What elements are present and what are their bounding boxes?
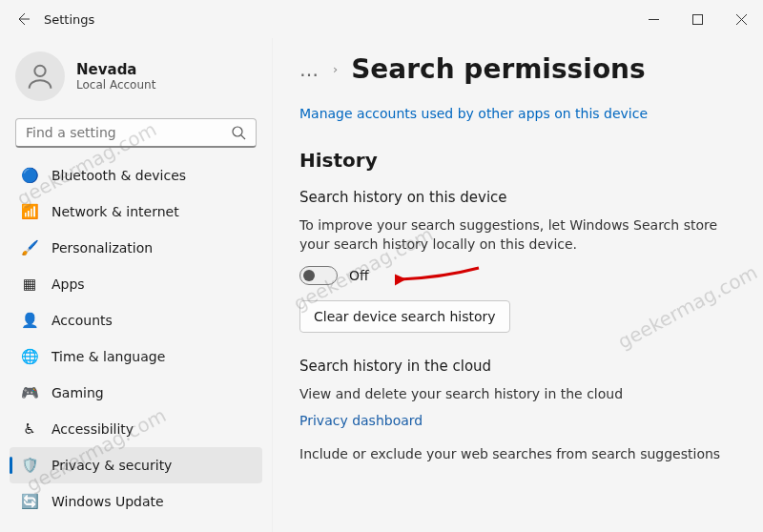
search-icon — [231, 125, 246, 140]
privacy-dashboard-link[interactable]: Privacy dashboard — [299, 413, 423, 428]
profile-block[interactable]: Nevada Local Account — [10, 46, 262, 118]
sidebar-item-apps[interactable]: ▦Apps — [10, 266, 262, 302]
device-history-heading: Search history on this device — [299, 189, 740, 206]
breadcrumb: … › Search permissions — [299, 53, 740, 85]
sidebar-item-network-internet[interactable]: 📶Network & internet — [10, 194, 262, 230]
sidebar-item-label: Gaming — [52, 385, 104, 400]
sidebar-item-accessibility[interactable]: ♿Accessibility — [10, 411, 262, 447]
svg-point-1 — [34, 66, 45, 76]
sidebar-item-time-language[interactable]: 🌐Time & language — [10, 338, 262, 375]
clear-history-button[interactable]: Clear device search history — [299, 300, 510, 333]
cloud-history-heading: Search history in the cloud — [299, 358, 740, 375]
minimize-button[interactable] — [631, 0, 675, 38]
avatar — [15, 51, 65, 101]
search-box[interactable] — [15, 118, 257, 148]
sidebar-item-gaming[interactable]: 🎮Gaming — [10, 375, 262, 411]
nav-icon: 🎮 — [21, 384, 38, 401]
main-content: … › Search permissions Manage accounts u… — [272, 38, 763, 532]
history-toggle-label: Off — [349, 268, 369, 283]
search-input[interactable] — [26, 125, 231, 140]
nav-icon: ♿ — [21, 420, 38, 438]
sidebar-item-accounts[interactable]: 👤Accounts — [10, 302, 262, 338]
chevron-right-icon: › — [333, 62, 338, 76]
sidebar-item-label: Bluetooth & devices — [52, 168, 186, 183]
back-button[interactable] — [8, 4, 38, 34]
sidebar-item-label: Time & language — [52, 349, 165, 364]
maximize-button[interactable] — [675, 0, 719, 38]
breadcrumb-more-icon[interactable]: … — [299, 58, 320, 81]
window-title: Settings — [44, 12, 94, 27]
history-toggle[interactable] — [299, 266, 338, 285]
sidebar-item-label: Accounts — [52, 313, 113, 328]
annotation-arrow — [395, 262, 481, 291]
page-title: Search permissions — [351, 53, 646, 85]
nav-icon: 📶 — [21, 203, 38, 220]
include-exclude-desc: Include or exclude your web searches fro… — [299, 444, 738, 463]
sidebar-item-label: Accessibility — [52, 421, 134, 437]
sidebar-item-windows-update[interactable]: 🔄Windows Update — [10, 483, 262, 520]
sidebar-item-bluetooth-devices[interactable]: 🔵Bluetooth & devices — [10, 157, 262, 194]
cloud-history-desc: View and delete your search history in t… — [299, 384, 738, 403]
nav-icon: 👤 — [21, 312, 38, 329]
sidebar-item-label: Personalization — [52, 240, 153, 256]
sidebar: Nevada Local Account 🔵Bluetooth & device… — [0, 38, 272, 532]
manage-accounts-link[interactable]: Manage accounts used by other apps on th… — [299, 106, 648, 121]
nav-icon: 🖌️ — [21, 239, 38, 256]
nav-icon: 🔵 — [21, 167, 38, 184]
sidebar-item-label: Privacy & security — [52, 458, 172, 473]
nav-icon: 🛡️ — [21, 457, 38, 474]
profile-sub: Local Account — [76, 78, 155, 92]
sidebar-item-label: Windows Update — [52, 494, 164, 509]
nav-icon: ▦ — [21, 276, 38, 293]
sidebar-item-personalization[interactable]: 🖌️Personalization — [10, 230, 262, 266]
nav-icon: 🔄 — [21, 493, 38, 510]
sidebar-item-label: Apps — [52, 276, 85, 292]
sidebar-item-privacy-security[interactable]: 🛡️Privacy & security — [10, 447, 262, 483]
profile-name: Nevada — [76, 61, 155, 78]
nav-list: 🔵Bluetooth & devices📶Network & internet🖌… — [10, 157, 262, 532]
nav-icon: 🌐 — [21, 348, 38, 365]
svg-point-2 — [233, 127, 242, 136]
history-heading: History — [299, 149, 740, 172]
device-history-desc: To improve your search suggestions, let … — [299, 215, 738, 255]
sidebar-item-label: Network & internet — [52, 204, 179, 219]
svg-rect-0 — [692, 14, 702, 24]
close-button[interactable] — [719, 0, 763, 38]
